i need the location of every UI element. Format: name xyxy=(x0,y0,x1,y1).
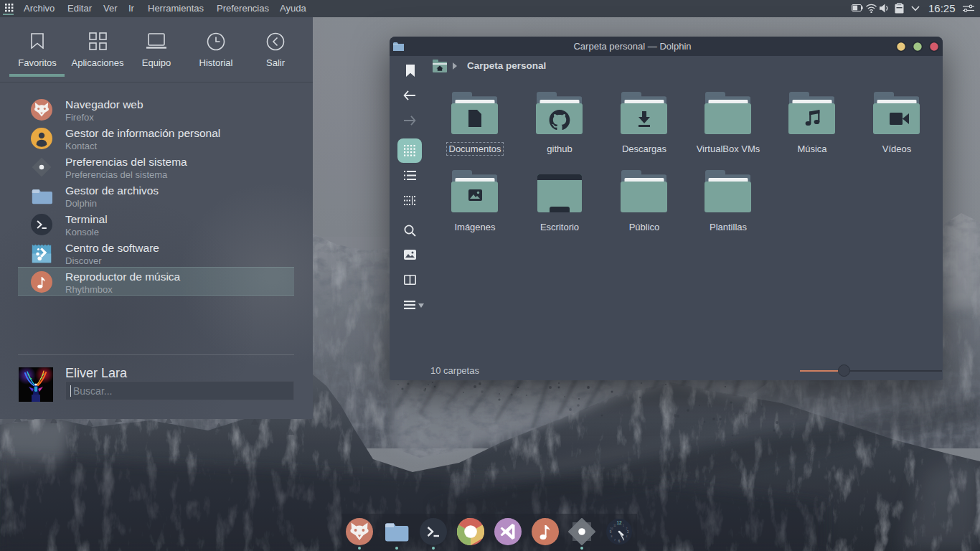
svg-text:11: 11 xyxy=(613,524,616,527)
svg-text:2: 2 xyxy=(626,527,627,530)
svg-text:4: 4 xyxy=(626,535,627,538)
svg-text:12: 12 xyxy=(616,520,622,525)
svg-text:1: 1 xyxy=(623,524,624,527)
svg-text:8: 8 xyxy=(611,535,612,538)
svg-text:7: 7 xyxy=(614,539,616,542)
svg-text:10: 10 xyxy=(610,527,613,530)
